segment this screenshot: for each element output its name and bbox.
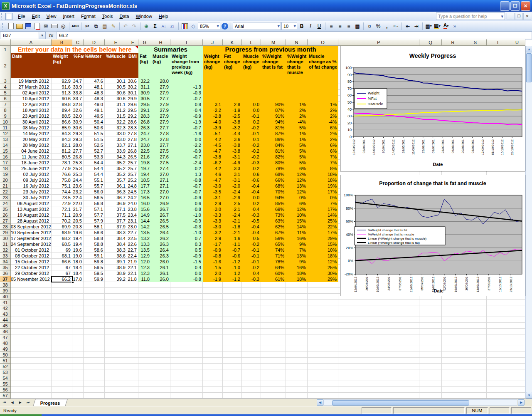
fill-color-button[interactable]: ▨▾ bbox=[433, 22, 441, 30]
workbook-close-button[interactable]: ✕ bbox=[523, 13, 531, 20]
cell-C27[interactable]: 20.5 bbox=[72, 218, 84, 224]
cell-H15[interactable]: 27.5 bbox=[151, 148, 170, 154]
cell-B23[interactable]: 73.5 bbox=[52, 195, 72, 201]
cell-M20[interactable]: 66% bbox=[261, 177, 286, 183]
cell-J27[interactable]: -3.3 bbox=[203, 218, 223, 224]
cell-D12[interactable]: 51.5 bbox=[84, 131, 105, 136]
cell-I37[interactable]: -0.8 bbox=[170, 276, 203, 282]
cell-E34[interactable]: 39.1 bbox=[105, 259, 127, 265]
cell-I18[interactable]: -0.2 bbox=[170, 166, 203, 171]
header-K2[interactable]: Fat change (kg) bbox=[223, 53, 242, 78]
cell-A4[interactable]: 27 March 2012 bbox=[11, 84, 52, 90]
cell-K7[interactable]: -2.8 bbox=[223, 102, 242, 107]
merge-center-button[interactable]: ▦ bbox=[353, 22, 362, 30]
cell-L24[interactable]: -0.2 bbox=[242, 201, 261, 206]
decrease-indent-button[interactable]: ⇤ bbox=[404, 22, 412, 30]
cell-O10[interactable]: -4% bbox=[308, 119, 338, 125]
cell-O14[interactable]: 6% bbox=[308, 142, 338, 148]
cell-C12[interactable]: 29.3 bbox=[72, 131, 84, 136]
cell-D19[interactable]: 54.4 bbox=[84, 171, 105, 177]
cell-C30[interactable]: 19.4 bbox=[72, 235, 84, 241]
cell-O9[interactable]: 2% bbox=[308, 113, 338, 119]
header-N2[interactable]: %Weight change that is muscle bbox=[286, 53, 308, 78]
cell-L11[interactable]: -0.2 bbox=[242, 125, 261, 131]
cell-N13[interactable]: 1% bbox=[286, 136, 308, 142]
cell-H13[interactable]: 27.8 bbox=[151, 136, 170, 142]
cell-K24[interactable]: -2.5 bbox=[223, 201, 242, 206]
row-header-16[interactable]: 16 bbox=[0, 154, 11, 160]
cell-B14[interactable]: 82.1 bbox=[52, 142, 72, 148]
cell-D23[interactable]: 56.5 bbox=[84, 195, 105, 201]
cell-B4[interactable]: 91.6 bbox=[52, 84, 72, 90]
cell-H34[interactable]: 26.0 bbox=[151, 259, 170, 265]
cell-J33[interactable]: -0.8 bbox=[203, 253, 223, 259]
column-header-S[interactable]: S bbox=[464, 39, 487, 46]
cell-C3[interactable]: 34.7 bbox=[72, 78, 84, 84]
cell-N7[interactable]: 1% bbox=[286, 102, 308, 107]
cell-J34[interactable]: -1.6 bbox=[203, 259, 223, 265]
cell-O21[interactable]: 19% bbox=[308, 183, 338, 189]
cell-N20[interactable]: 12% bbox=[286, 177, 308, 183]
cell-A23[interactable]: 30 July 2012 bbox=[11, 195, 52, 201]
cell-M14[interactable]: 84% bbox=[261, 142, 286, 148]
cell-A21[interactable]: 16 July 2012 bbox=[11, 183, 52, 189]
cell-D18[interactable]: 54.4 bbox=[84, 166, 105, 171]
cell-B12[interactable]: 84.3 bbox=[52, 131, 72, 136]
cell-O28[interactable]: 22% bbox=[308, 224, 338, 230]
chevron-down-icon[interactable]: ▾ bbox=[293, 23, 297, 29]
cell-H6[interactable]: 27.7 bbox=[151, 96, 170, 102]
cell-A37[interactable]: 05 November 2012 bbox=[11, 276, 52, 282]
cell-C17[interactable]: 25.3 bbox=[72, 160, 84, 166]
cell-H24[interactable]: 26.9 bbox=[151, 201, 170, 206]
cell-F27[interactable]: 23.1 bbox=[127, 218, 138, 224]
scroll-left-button[interactable]: ◀ bbox=[317, 399, 323, 406]
cell-L7[interactable]: 0.0 bbox=[242, 102, 261, 107]
comma-style-button[interactable]: , bbox=[383, 22, 391, 30]
cell-L23[interactable]: 0.0 bbox=[242, 195, 261, 201]
cell-F9[interactable]: 29.2 bbox=[127, 113, 138, 119]
cell-F25[interactable]: 23.8 bbox=[127, 206, 138, 212]
cell-F35[interactable]: 22.1 bbox=[127, 265, 138, 270]
cell-I26[interactable]: -1.0 bbox=[170, 212, 203, 218]
column-header-N[interactable]: N bbox=[286, 39, 308, 46]
cell-K9[interactable]: -2.5 bbox=[223, 113, 242, 119]
row-header-39[interactable]: 39 bbox=[0, 288, 11, 294]
cell-G32[interactable]: 13.5 bbox=[138, 247, 151, 253]
cell-E27[interactable]: 37.7 bbox=[105, 218, 127, 224]
cell-M18[interactable]: 78% bbox=[261, 166, 286, 171]
cell-B6[interactable]: 90.6 bbox=[52, 96, 72, 102]
cell-A3[interactable]: 19 March 2012 bbox=[11, 78, 52, 84]
bold-button[interactable]: B bbox=[298, 22, 306, 30]
cell-K19[interactable]: -3.1 bbox=[223, 171, 242, 177]
cell-I8[interactable]: -0.4 bbox=[170, 107, 203, 113]
italic-button[interactable]: I bbox=[306, 22, 315, 30]
cell-M13[interactable]: 86% bbox=[261, 136, 286, 142]
cell-C22[interactable]: 23.2 bbox=[72, 189, 84, 195]
column-header-B[interactable]: B bbox=[52, 39, 72, 46]
column-header-L[interactable]: L bbox=[242, 39, 261, 46]
cell-M29[interactable]: 67% bbox=[261, 230, 286, 235]
cell-N21[interactable]: 13% bbox=[286, 183, 308, 189]
cell-L18[interactable]: -0.2 bbox=[242, 166, 261, 171]
cell-L33[interactable]: -0.1 bbox=[242, 253, 261, 259]
cell-K16[interactable]: -3.1 bbox=[223, 154, 242, 160]
cell-M11[interactable]: 81% bbox=[261, 125, 286, 131]
cell-E22[interactable]: 36.3 bbox=[105, 189, 127, 195]
row-header-51[interactable]: 51 bbox=[0, 358, 11, 364]
cell-O35[interactable]: 25% bbox=[308, 265, 338, 270]
row-header-10[interactable]: 10 bbox=[0, 119, 11, 125]
cell-F7[interactable]: 29.6 bbox=[127, 102, 138, 107]
cell-K8[interactable]: -1.9 bbox=[223, 107, 242, 113]
cell-L29[interactable]: -0.4 bbox=[242, 230, 261, 235]
cell-K25[interactable]: -2.1 bbox=[223, 206, 242, 212]
cell-G20[interactable]: 18.5 bbox=[138, 177, 151, 183]
cell-G26[interactable]: 14.9 bbox=[138, 212, 151, 218]
cell-C20[interactable]: 24.4 bbox=[72, 177, 84, 183]
cell-M9[interactable]: 91% bbox=[261, 113, 286, 119]
cell-K22[interactable]: -2.4 bbox=[223, 189, 242, 195]
cell-H21[interactable]: 27.1 bbox=[151, 183, 170, 189]
menu-item-edit[interactable]: Edit bbox=[29, 12, 43, 20]
cell-I35[interactable]: 0.4 bbox=[170, 265, 203, 270]
cell-O31[interactable]: 15% bbox=[308, 241, 338, 247]
cell-L31[interactable]: -0.2 bbox=[242, 241, 261, 247]
